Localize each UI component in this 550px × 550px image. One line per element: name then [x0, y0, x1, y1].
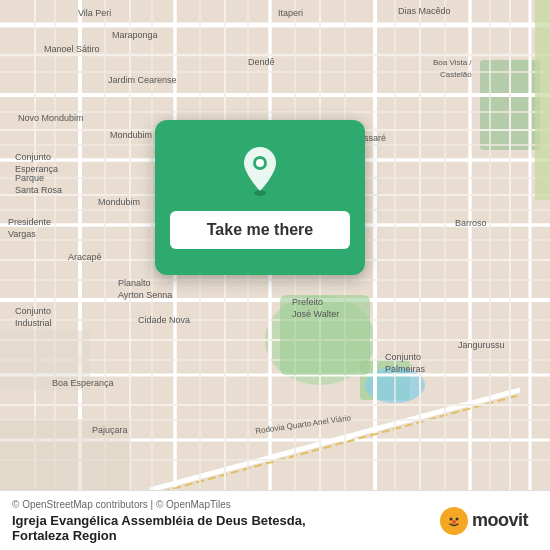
svg-rect-57	[0, 330, 90, 390]
svg-rect-56	[0, 420, 130, 490]
svg-rect-54	[280, 295, 370, 375]
moovit-logo: moovit	[440, 507, 528, 535]
moovit-icon	[440, 507, 468, 535]
bottom-info-bar: © OpenStreetMap contributors | © OpenMap…	[0, 490, 550, 550]
svg-point-62	[449, 517, 452, 520]
location-region: Fortaleza Region	[12, 528, 306, 543]
svg-point-63	[455, 517, 458, 520]
map-view: Vila Peri Itaperi Dias Macêdo Maraponga …	[0, 0, 550, 490]
location-pin-icon	[238, 147, 282, 199]
location-title: Igreja Evangélica Assembléia de Deus Bet…	[12, 513, 306, 528]
map-attribution: © OpenStreetMap contributors | © OpenMap…	[12, 499, 306, 510]
svg-point-64	[452, 520, 456, 524]
take-me-there-button[interactable]: Take me there	[170, 211, 350, 249]
svg-point-59	[256, 159, 264, 167]
moovit-text: moovit	[472, 510, 528, 531]
svg-rect-55	[535, 0, 550, 200]
location-card: Take me there	[155, 120, 365, 275]
svg-point-60	[254, 190, 266, 196]
